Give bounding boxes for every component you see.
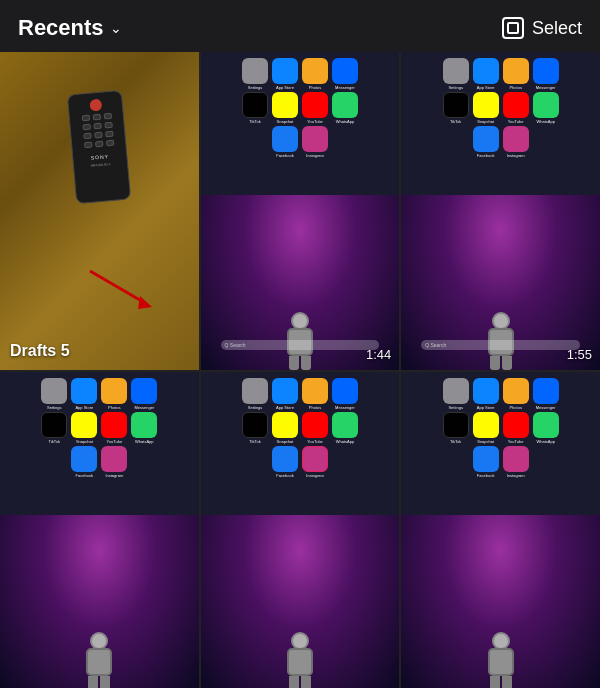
remote-btn [104, 122, 112, 129]
cell-screenshot-2[interactable]: Settings App Store Photos Messenger [401, 52, 600, 370]
header-left: Recents ⌄ [18, 15, 122, 41]
remote-btn-row-4 [84, 140, 114, 149]
cell-screenshot-1[interactable]: Settings App Store Photos Messenger [201, 52, 400, 370]
select-icon-inner [507, 22, 519, 34]
remote-btn [105, 131, 113, 138]
remote-btn [83, 133, 91, 140]
red-arrow-icon [80, 261, 160, 315]
svg-line-0 [90, 271, 145, 303]
cell-screenshot-5[interactable]: Settings App Store Photos Messenger [401, 372, 600, 688]
remote-btn [94, 132, 102, 139]
cell-screenshot-3[interactable]: Settings App Store Photos Messenger [0, 372, 199, 688]
phone-screen-1: Settings App Store Photos Messenger [201, 52, 400, 370]
draft-label: Drafts 5 [10, 342, 70, 360]
phone-screen-2: Settings App Store Photos Messenger [401, 52, 600, 370]
draft-thumbnail: SONY RMT-DSLR2 α [0, 52, 199, 370]
remote-btn [106, 140, 114, 147]
select-button[interactable]: Select [502, 17, 582, 39]
remote-brand: SONY [91, 154, 110, 162]
duration-badge-1: 1:44 [366, 347, 391, 362]
remote-btn [95, 141, 103, 148]
cell-screenshot-4[interactable]: Settings App Store Photos Messenger [201, 372, 400, 688]
remote-btn [92, 114, 100, 121]
remote-power-btn [89, 99, 102, 112]
remote-device: SONY RMT-DSLR2 α [67, 90, 131, 204]
remote-btn [82, 115, 90, 122]
remote-model: RMT-DSLR2 α [91, 162, 111, 168]
remote-btn [82, 124, 90, 131]
header: Recents ⌄ Select [0, 0, 600, 52]
page-title[interactable]: Recents [18, 15, 104, 41]
svg-marker-1 [138, 296, 152, 309]
remote-btn-row-3 [83, 131, 113, 140]
duration-badge-2: 1:55 [567, 347, 592, 362]
remote-btn [103, 113, 111, 120]
remote-btn-row [82, 113, 112, 122]
cell-draft[interactable]: SONY RMT-DSLR2 α Drafts 5 [0, 52, 199, 370]
remote-btn [93, 123, 101, 130]
select-icon [502, 17, 524, 39]
chevron-down-icon[interactable]: ⌄ [110, 20, 122, 36]
media-grid: SONY RMT-DSLR2 α Drafts 5 Settings [0, 52, 600, 688]
remote-btn [84, 142, 92, 149]
select-label: Select [532, 18, 582, 39]
remote-btn-row-2 [82, 122, 112, 131]
